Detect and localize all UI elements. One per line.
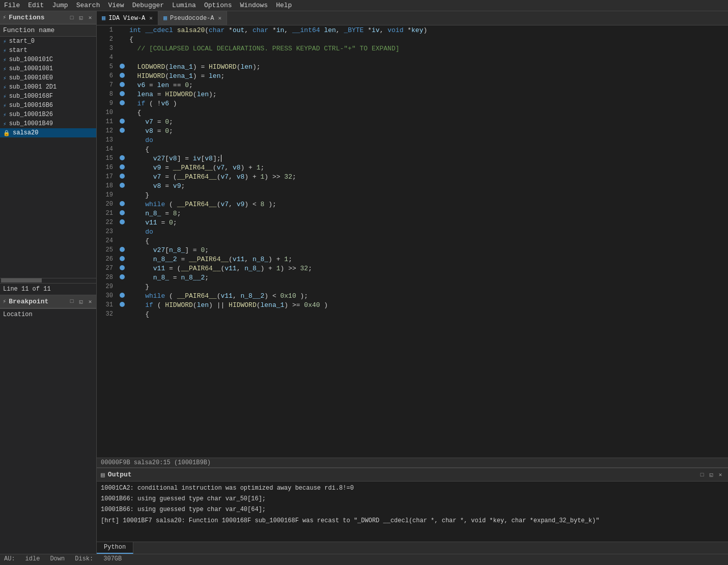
table-row[interactable]: 16 v9 = __PAIR64__(v7, v8) + 1; [97, 163, 728, 172]
table-row[interactable]: 25 v27[n_8_] = 0; [97, 245, 728, 255]
breakpoint-col[interactable] [117, 255, 127, 264]
menu-debugger[interactable]: Debugger [128, 1, 168, 10]
tab-python[interactable]: Python [97, 542, 133, 554]
code-line[interactable]: { [127, 236, 728, 245]
breakpoint-col[interactable] [117, 71, 127, 80]
code-line[interactable]: { [127, 35, 728, 44]
code-line[interactable]: if ( HIDWORD(len) || HIDWORD(lena_1) >= … [127, 300, 728, 309]
breakpoint-col[interactable] [117, 218, 127, 227]
tab-ida-view-close[interactable]: ✕ [149, 15, 153, 21]
table-row[interactable]: 3 // [COLLAPSED LOCAL DECLARATIONS. PRES… [97, 44, 728, 53]
fn-item-start_0[interactable]: ⚡start_0 [0, 37, 96, 46]
code-line[interactable]: v7 = 0; [127, 117, 728, 126]
table-row[interactable]: 18 v8 = v9; [97, 181, 728, 190]
breakpoint-col[interactable] [117, 44, 127, 53]
table-row[interactable]: 1int __cdecl salsa20(char *out, char *in… [97, 25, 728, 35]
table-row[interactable]: 9 if ( !v6 ) [97, 99, 728, 108]
code-line[interactable]: v27[n_8_] = 0; [127, 245, 728, 255]
breakpoint-col[interactable] [117, 300, 127, 309]
table-row[interactable]: 7 v6 = len == 0; [97, 80, 728, 90]
table-row[interactable]: 21 n_8_ = 8; [97, 209, 728, 218]
breakpoint-col[interactable] [117, 25, 127, 35]
fn-item-sub_100010E0[interactable]: ⚡sub_100010E0 [0, 73, 96, 82]
fn-item-start[interactable]: ⚡start [0, 46, 96, 55]
breakpoint-col[interactable] [117, 227, 127, 236]
code-line[interactable]: { [127, 108, 728, 117]
code-line[interactable]: v9 = __PAIR64__(v7, v8) + 1; [127, 163, 728, 172]
h-scroll-bar[interactable] [1, 278, 42, 282]
table-row[interactable]: 31 if ( HIDWORD(len) || HIDWORD(lena_1) … [97, 300, 728, 309]
table-row[interactable]: 8 lena = HIDWORD(len); [97, 90, 728, 99]
code-line[interactable]: LODWORD(lena_1) = HIDWORD(len); [127, 62, 728, 71]
breakpoint-col[interactable] [117, 309, 127, 319]
code-line[interactable]: { [127, 145, 728, 154]
breakpoint-col[interactable] [117, 245, 127, 255]
menu-jump[interactable]: Jump [48, 1, 72, 10]
breakpoint-col[interactable] [117, 80, 127, 90]
breakpoint-col[interactable] [117, 35, 127, 44]
breakpoint-col[interactable] [117, 181, 127, 190]
table-row[interactable]: 5 LODWORD(lena_1) = HIDWORD(len); [97, 62, 728, 71]
breakpoint-col[interactable] [117, 145, 127, 154]
code-line[interactable]: v8 = 0; [127, 126, 728, 135]
table-row[interactable]: 26 n_8__2 = __PAIR64__(v11, n_8_) + 1; [97, 255, 728, 264]
output-float-btn[interactable]: ◱ [708, 471, 715, 478]
code-line[interactable]: HIDWORD(lena_1) = len; [127, 71, 728, 80]
breakpoint-col[interactable] [117, 135, 127, 145]
table-row[interactable]: 4 [97, 53, 728, 62]
table-row[interactable]: 10 { [97, 108, 728, 117]
menu-search[interactable]: Search [72, 1, 104, 10]
breakpoint-col[interactable] [117, 154, 127, 163]
bp-close-btn[interactable]: ✕ [87, 298, 94, 305]
breakpoint-col[interactable] [117, 117, 127, 126]
bp-pin-btn[interactable]: □ [68, 298, 75, 305]
code-line[interactable]: v8 = v9; [127, 181, 728, 190]
table-row[interactable]: 30 while ( __PAIR64__(v11, n_8__2) < 0x1… [97, 291, 728, 300]
code-line[interactable]: // [COLLAPSED LOCAL DECLARATIONS. PRESS … [127, 44, 728, 53]
bp-float-btn[interactable]: ◱ [77, 298, 85, 305]
breakpoint-col[interactable] [117, 172, 127, 181]
fn-item-sub_10001081[interactable]: ⚡sub_10001081 [0, 64, 96, 73]
menu-view[interactable]: View [104, 1, 128, 10]
code-line[interactable]: if ( !v6 ) [127, 99, 728, 108]
code-line[interactable]: v11 = 0; [127, 218, 728, 227]
code-line[interactable]: while ( __PAIR64__(v11, n_8__2) < 0x10 )… [127, 291, 728, 300]
fn-item-sub_1000168F[interactable]: ⚡sub_1000168F [0, 92, 96, 101]
code-line[interactable]: do [127, 227, 728, 236]
code-line[interactable]: n_8_ = 8; [127, 209, 728, 218]
code-line[interactable] [127, 53, 728, 62]
menu-edit[interactable]: Edit [24, 1, 48, 10]
code-line[interactable]: v11 = (__PAIR64__(v11, n_8_) + 1) >> 32; [127, 264, 728, 273]
tab-ida-view[interactable]: ▦ IDA View-A ✕ [97, 11, 158, 25]
output-close-btn[interactable]: ✕ [717, 471, 724, 478]
fn-list[interactable]: ⚡start_0⚡start⚡sub_1000101C⚡sub_10001081… [0, 37, 96, 278]
breakpoint-col[interactable] [117, 53, 127, 62]
functions-pin-btn[interactable]: □ [68, 14, 75, 21]
menu-help[interactable]: Help [272, 1, 296, 10]
table-row[interactable]: 27 v11 = (__PAIR64__(v11, n_8_) + 1) >> … [97, 264, 728, 273]
table-row[interactable]: 11 v7 = 0; [97, 117, 728, 126]
fn-item-sub_1000101C[interactable]: ⚡sub_1000101C [0, 55, 96, 64]
breakpoint-col[interactable] [117, 282, 127, 291]
breakpoint-col[interactable] [117, 108, 127, 117]
output-pin-btn[interactable]: □ [698, 471, 706, 478]
table-row[interactable]: 19 } [97, 190, 728, 200]
tab-pseudocode-close[interactable]: ✕ [218, 15, 222, 21]
code-area[interactable]: 1int __cdecl salsa20(char *out, char *in… [97, 25, 728, 458]
h-scroll[interactable] [0, 278, 96, 283]
table-row[interactable]: 17 v7 = (__PAIR64__(v7, v8) + 1) >> 32; [97, 172, 728, 181]
code-line[interactable]: int __cdecl salsa20(char *out, char *in,… [127, 25, 728, 35]
breakpoint-col[interactable] [117, 236, 127, 245]
table-row[interactable]: 2{ [97, 35, 728, 44]
code-line[interactable]: v6 = len == 0; [127, 80, 728, 90]
table-row[interactable]: 20 while ( __PAIR64__(v7, v9) < 8 ); [97, 200, 728, 209]
table-row[interactable]: 23 do [97, 227, 728, 236]
breakpoint-col[interactable] [117, 291, 127, 300]
table-row[interactable]: 28 n_8_ = n_8__2; [97, 273, 728, 282]
breakpoint-col[interactable] [117, 99, 127, 108]
code-line[interactable]: do [127, 135, 728, 145]
menu-options[interactable]: Options [200, 1, 236, 10]
table-row[interactable]: 13 do [97, 135, 728, 145]
fn-item-salsa20[interactable]: 🔒salsa20 [0, 128, 96, 137]
fn-item-sub_10001 2D1[interactable]: ⚡sub_10001 2D1 [0, 82, 96, 92]
